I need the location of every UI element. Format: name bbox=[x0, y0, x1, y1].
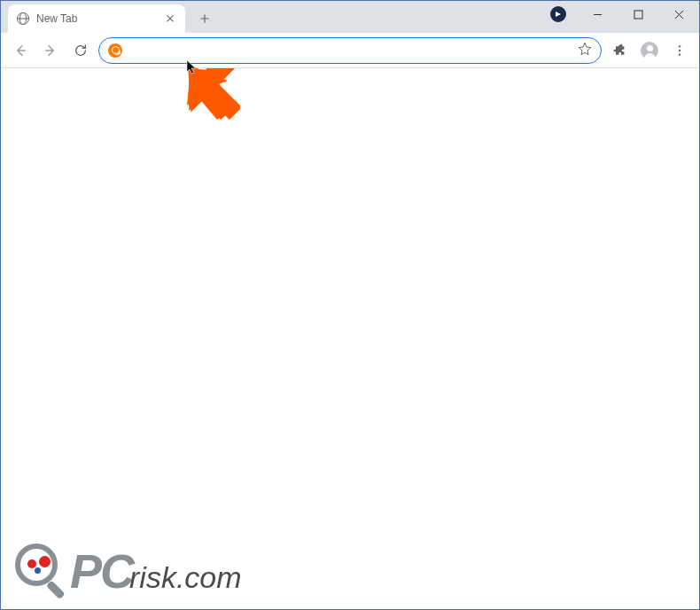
magnifier-icon bbox=[15, 544, 70, 598]
reload-icon bbox=[74, 43, 88, 58]
browser-window: New Tab bbox=[1, 1, 699, 609]
plus-icon bbox=[198, 12, 211, 25]
close-tab-icon[interactable] bbox=[164, 12, 176, 25]
tab-strip: New Tab bbox=[1, 1, 217, 33]
puzzle-icon bbox=[612, 43, 626, 58]
extensions-button[interactable] bbox=[607, 38, 632, 63]
close-window-button[interactable] bbox=[658, 1, 699, 27]
kebab-icon bbox=[673, 43, 687, 58]
minimize-icon bbox=[593, 10, 603, 20]
reload-button[interactable] bbox=[68, 38, 93, 63]
search-provider-icon bbox=[108, 43, 122, 58]
back-button[interactable] bbox=[8, 38, 33, 63]
forward-button[interactable] bbox=[38, 38, 63, 63]
arrow-left-icon bbox=[13, 43, 27, 58]
profile-button[interactable] bbox=[637, 38, 662, 63]
watermark-pc: PC bbox=[70, 544, 133, 598]
new-tab-button[interactable] bbox=[192, 6, 217, 31]
titlebar: New Tab bbox=[1, 1, 699, 33]
mouse-cursor-icon bbox=[186, 59, 197, 75]
close-icon bbox=[674, 10, 684, 20]
arrow-right-icon bbox=[43, 43, 58, 58]
maximize-button[interactable] bbox=[618, 1, 658, 27]
svg-rect-0 bbox=[634, 11, 642, 19]
watermark-logo: PC risk.com bbox=[15, 544, 242, 598]
address-bar[interactable] bbox=[98, 37, 602, 64]
svg-point-1 bbox=[679, 45, 681, 47]
toolbar bbox=[1, 33, 699, 68]
watermark-risk: risk.com bbox=[129, 560, 242, 595]
svg-point-2 bbox=[679, 49, 681, 51]
menu-button[interactable] bbox=[667, 38, 692, 63]
tab-title: New Tab bbox=[36, 12, 157, 25]
tab-new-tab[interactable]: New Tab bbox=[8, 4, 185, 33]
maximize-icon bbox=[634, 10, 643, 20]
watermark-text: PC risk.com bbox=[70, 544, 242, 598]
minimize-button[interactable] bbox=[577, 1, 618, 27]
media-control-icon[interactable] bbox=[550, 6, 566, 22]
globe-icon bbox=[17, 12, 29, 25]
avatar-icon bbox=[641, 42, 658, 59]
page-content: PC risk.com bbox=[1, 68, 699, 609]
bookmark-button[interactable] bbox=[578, 42, 592, 59]
window-controls bbox=[577, 1, 699, 27]
svg-point-3 bbox=[679, 53, 681, 55]
url-input[interactable] bbox=[129, 43, 571, 58]
star-icon bbox=[578, 42, 592, 56]
